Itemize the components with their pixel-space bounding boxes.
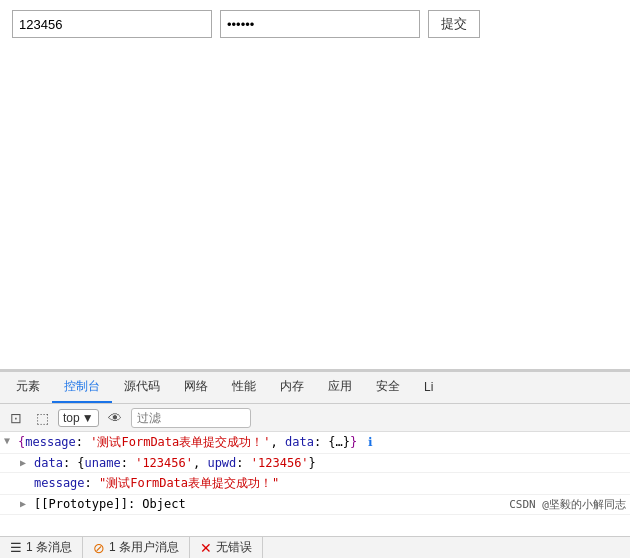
form-row: 提交 <box>12 10 618 38</box>
devtools-tabs: 元素 控制台 源代码 网络 性能 内存 应用 安全 Li <box>0 372 630 404</box>
warn-icon: ⊘ <box>93 540 105 556</box>
expand-arrow-data[interactable]: ▶ <box>20 457 34 468</box>
messages-label: 1 条消息 <box>26 539 72 556</box>
block-icon[interactable]: ⬚ <box>32 408 52 428</box>
console-log-data-text: data: {uname: '123456', upwd: '123456'} <box>34 456 626 470</box>
devtools-toolbar2: ⊡ ⬚ top ▼ 👁 <box>0 404 630 432</box>
status-messages[interactable]: ☰ 1 条消息 <box>0 537 83 558</box>
msg-val: '测试FormData表单提交成功！' <box>90 435 270 449</box>
uname-key: uname <box>85 456 121 470</box>
data-key2: data <box>34 456 63 470</box>
console-log-main-text: {message: '测试FormData表单提交成功！', data: {…}… <box>18 434 626 451</box>
expand-arrow-proto[interactable]: ▶ <box>20 498 34 509</box>
top-label: top <box>63 411 80 425</box>
cursor-icon[interactable]: ⊡ <box>6 408 26 428</box>
errors-label: 无错误 <box>216 539 252 556</box>
upwd-val: '123456' <box>251 456 309 470</box>
tab-li[interactable]: Li <box>412 374 445 402</box>
devtools-panel: 元素 控制台 源代码 网络 性能 内存 应用 安全 Li ⊡ ⬚ top ▼ 👁… <box>0 370 630 558</box>
data-key: data <box>285 435 314 449</box>
info-icon: ℹ <box>368 435 373 449</box>
tab-elements[interactable]: 元素 <box>4 372 52 403</box>
console-log-message[interactable]: ▶ message: "测试FormData表单提交成功！" <box>0 473 630 495</box>
console-log-data[interactable]: ▶ data: {uname: '123456', upwd: '123456'… <box>0 454 630 473</box>
list-icon: ☰ <box>10 540 22 555</box>
console-log-proto-text: [[Prototype]]: Object CSDN @坚毅的小解同志 <box>34 497 626 512</box>
eye-icon[interactable]: 👁 <box>105 408 125 428</box>
dropdown-arrow: ▼ <box>82 411 94 425</box>
upwd-key: upwd <box>207 456 236 470</box>
tab-network[interactable]: 网络 <box>172 372 220 403</box>
message-val: "测试FormData表单提交成功！" <box>99 476 279 490</box>
tab-performance[interactable]: 性能 <box>220 372 268 403</box>
top-selector[interactable]: top ▼ <box>58 409 99 427</box>
brace-close: } <box>350 435 357 449</box>
uname-val: '123456' <box>135 456 193 470</box>
filter-input[interactable] <box>131 408 251 428</box>
console-log-prototype[interactable]: ▶ [[Prototype]]: Object CSDN @坚毅的小解同志 <box>0 495 630 515</box>
tab-console[interactable]: 控制台 <box>52 372 112 403</box>
password-input[interactable] <box>220 10 420 38</box>
submit-button[interactable]: 提交 <box>428 10 480 38</box>
tab-security[interactable]: 安全 <box>364 372 412 403</box>
tab-application[interactable]: 应用 <box>316 372 364 403</box>
tab-memory[interactable]: 内存 <box>268 372 316 403</box>
status-user-messages[interactable]: ⊘ 1 条用户消息 <box>83 537 190 558</box>
error-icon: ✕ <box>200 540 212 556</box>
console-log-message-text: message: "测试FormData表单提交成功！" <box>34 475 626 492</box>
expand-arrow-main[interactable]: ▼ <box>4 435 18 446</box>
tab-sources[interactable]: 源代码 <box>112 372 172 403</box>
page-content: 提交 <box>0 0 630 370</box>
devtools-statusbar: ☰ 1 条消息 ⊘ 1 条用户消息 ✕ 无错误 <box>0 536 630 558</box>
console-log-main[interactable]: ▼ {message: '测试FormData表单提交成功！', data: {… <box>0 432 630 454</box>
status-errors[interactable]: ✕ 无错误 <box>190 537 263 558</box>
username-input[interactable] <box>12 10 212 38</box>
msg-key: message <box>25 435 76 449</box>
console-content: ▼ {message: '测试FormData表单提交成功！', data: {… <box>0 432 630 536</box>
message-key: message <box>34 476 85 490</box>
watermark: CSDN @坚毅的小解同志 <box>509 497 626 512</box>
user-messages-label: 1 条用户消息 <box>109 539 179 556</box>
